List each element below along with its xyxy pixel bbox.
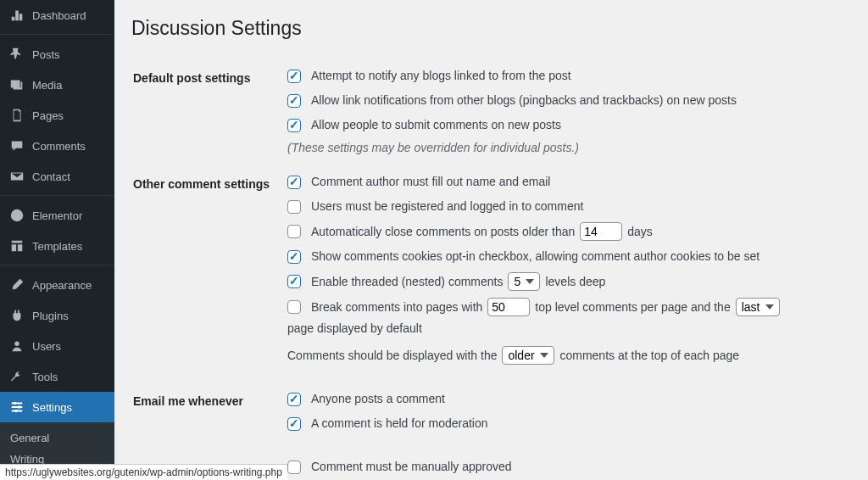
mail-icon bbox=[8, 168, 25, 185]
comment-icon bbox=[8, 137, 25, 154]
sidebar-item-label: Posts bbox=[32, 48, 60, 61]
default-post-note: (These settings may be overridden for in… bbox=[287, 141, 849, 154]
sidebar-item-dashboard[interactable]: Dashboard bbox=[0, 0, 114, 31]
sidebar-item-elementor[interactable]: Elementor bbox=[0, 200, 114, 231]
sidebar-item-label: Media bbox=[32, 79, 62, 92]
text-paginate-post: page displayed by default bbox=[287, 320, 422, 338]
menu-separator bbox=[0, 31, 114, 35]
sidebar-item-settings[interactable]: Settings bbox=[0, 392, 114, 422]
text-paginate-mid: top level comments per page and the bbox=[535, 299, 730, 316]
text-paginate-pre: Break comments into pages with bbox=[311, 299, 482, 316]
checkbox-threaded[interactable] bbox=[287, 275, 301, 288]
svg-point-4 bbox=[14, 410, 18, 413]
sidebar-item-posts[interactable]: Posts bbox=[0, 39, 114, 70]
sidebar-item-label: Appearance bbox=[32, 279, 92, 292]
section-heading-other-comment: Other comment settings bbox=[133, 165, 286, 380]
text-auto-close-post: days bbox=[627, 223, 653, 241]
status-bar-url: https://uglywebsites.org/gutenix/wp-admi… bbox=[0, 464, 287, 480]
brush-icon bbox=[8, 276, 25, 293]
checkbox-allow-pingback[interactable] bbox=[287, 94, 301, 108]
checkbox-anyone-posts[interactable] bbox=[287, 393, 301, 406]
checkbox-require-name-email[interactable] bbox=[287, 176, 301, 189]
text-threaded-post: levels deep bbox=[545, 273, 605, 291]
label-attempt-notify[interactable]: Attempt to notify any blogs linked to fr… bbox=[311, 67, 571, 85]
sidebar-item-contact[interactable]: Contact bbox=[0, 161, 114, 192]
plug-icon bbox=[8, 307, 25, 324]
checkbox-require-registered[interactable] bbox=[287, 200, 301, 214]
select-comment-order[interactable]: older bbox=[502, 346, 554, 365]
sidebar-item-appearance[interactable]: Appearance bbox=[0, 270, 114, 300]
checkbox-allow-comments[interactable] bbox=[287, 119, 301, 132]
checkbox-auto-close[interactable] bbox=[287, 225, 301, 238]
label-allow-comments[interactable]: Allow people to submit comments on new p… bbox=[311, 116, 561, 134]
sidebar-item-tools[interactable]: Tools bbox=[0, 361, 114, 392]
sidebar-item-label: Pages bbox=[32, 109, 64, 122]
sidebar-item-pages[interactable]: Pages bbox=[0, 100, 114, 131]
sidebar-item-label: Settings bbox=[32, 401, 72, 414]
svg-point-2 bbox=[14, 402, 17, 405]
text-order-post: comments at the top of each page bbox=[559, 347, 739, 365]
text-threaded-pre: Enable threaded (nested) comments bbox=[311, 273, 503, 291]
dashboard-icon bbox=[8, 7, 25, 24]
label-cookies-optin[interactable]: Show comments cookies opt-in checkbox, a… bbox=[311, 248, 760, 265]
sidebar-item-label: Elementor bbox=[32, 209, 82, 222]
label-require-registered[interactable]: Users must be registered and logged in t… bbox=[311, 198, 583, 215]
templates-icon bbox=[8, 237, 25, 254]
wrench-icon bbox=[8, 368, 25, 385]
menu-separator bbox=[0, 192, 114, 196]
settings-form: Default post settings Attempt to notify … bbox=[131, 57, 851, 480]
menu-separator bbox=[0, 261, 114, 265]
label-anyone-posts[interactable]: Anyone posts a comment bbox=[311, 390, 445, 408]
sidebar-item-media[interactable]: Media bbox=[0, 70, 114, 100]
text-auto-close-pre: Automatically close comments on posts ol… bbox=[311, 223, 575, 241]
sidebar-item-comments[interactable]: Comments bbox=[0, 131, 114, 161]
input-auto-close-days[interactable] bbox=[580, 222, 622, 241]
select-threaded-depth[interactable]: 5 bbox=[508, 272, 540, 291]
sidebar-item-label: Tools bbox=[32, 371, 58, 383]
label-allow-pingback[interactable]: Allow link notifications from other blog… bbox=[311, 92, 737, 109]
checkbox-held-moderation[interactable] bbox=[287, 417, 301, 431]
svg-point-3 bbox=[18, 405, 21, 409]
svg-point-0 bbox=[11, 209, 23, 221]
sliders-icon bbox=[8, 399, 25, 416]
pages-icon bbox=[8, 107, 25, 124]
select-default-page[interactable]: last bbox=[736, 298, 780, 316]
main-content: Discussion Settings Default post setting… bbox=[114, 0, 868, 480]
checkbox-attempt-notify[interactable] bbox=[287, 70, 301, 83]
user-icon bbox=[8, 338, 25, 354]
submenu-item-general[interactable]: General bbox=[0, 427, 114, 449]
pin-icon bbox=[8, 46, 25, 63]
elementor-icon bbox=[8, 207, 25, 224]
sidebar-item-users[interactable]: Users bbox=[0, 331, 114, 361]
sidebar-item-label: Users bbox=[32, 340, 61, 353]
section-heading-default-post: Default post settings bbox=[133, 59, 286, 163]
sidebar-item-label: Contact bbox=[32, 170, 70, 183]
sidebar-item-templates[interactable]: Templates bbox=[0, 231, 114, 261]
sidebar-item-plugins[interactable]: Plugins bbox=[0, 300, 114, 331]
page-title: Discussion Settings bbox=[131, 17, 851, 40]
text-order-pre: Comments should be displayed with the bbox=[287, 347, 497, 365]
media-icon bbox=[8, 76, 25, 93]
label-require-name-email[interactable]: Comment author must fill out name and em… bbox=[311, 173, 550, 191]
sidebar-item-label: Dashboard bbox=[32, 9, 86, 22]
sidebar-item-label: Plugins bbox=[32, 310, 69, 322]
label-manual-approve[interactable]: Comment must be manually approved bbox=[311, 458, 512, 476]
checkbox-cookies-optin[interactable] bbox=[287, 250, 301, 264]
checkbox-paginate[interactable] bbox=[287, 300, 301, 314]
sidebar-item-label: Templates bbox=[32, 240, 82, 253]
input-comments-per-page[interactable] bbox=[487, 298, 530, 316]
section-heading-email-me: Email me whenever bbox=[133, 382, 286, 448]
label-held-moderation[interactable]: A comment is held for moderation bbox=[311, 415, 488, 433]
sidebar-item-label: Comments bbox=[32, 140, 86, 153]
admin-sidebar: Dashboard Posts Media Pages Comments Con… bbox=[0, 0, 114, 480]
svg-point-1 bbox=[14, 342, 19, 346]
checkbox-manual-approve[interactable] bbox=[287, 460, 301, 474]
